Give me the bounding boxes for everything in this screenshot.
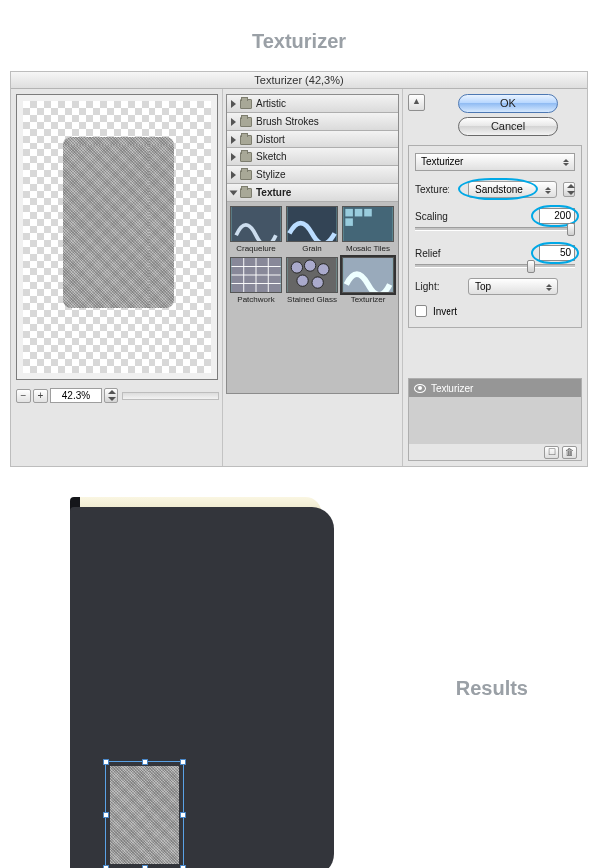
zoom-field[interactable]: 42.3%: [50, 388, 102, 403]
category-stylize[interactable]: Stylize: [227, 166, 398, 184]
results-figure: Results: [10, 497, 588, 868]
section-heading-results: Results: [456, 677, 528, 700]
svg-rect-6: [345, 218, 353, 226]
filter-select[interactable]: Texturizer: [415, 153, 575, 171]
category-column: Artistic Brush Strokes Distort Sketch: [223, 89, 403, 466]
preview-scrollbar[interactable]: [122, 392, 219, 400]
select-caret-icon: [542, 184, 554, 196]
filter-gallery-dialog: Texturizer (42,3%) − + 42.3%: [10, 71, 588, 467]
selection-handle[interactable]: [142, 759, 148, 765]
category-sketch[interactable]: Sketch: [227, 148, 398, 166]
selection-handle[interactable]: [180, 812, 186, 818]
texture-flyout-button[interactable]: [563, 182, 575, 197]
category-label: Brush Strokes: [256, 116, 319, 127]
preview-canvas[interactable]: [23, 101, 211, 373]
svg-rect-3: [345, 209, 353, 217]
thumb-craquelure[interactable]: Craquelure: [230, 206, 282, 253]
disclosure-icon: [231, 100, 236, 108]
light-value: Top: [475, 281, 491, 292]
effect-layer-row[interactable]: Texturizer: [409, 379, 581, 397]
thumb-texturizer[interactable]: Texturizer: [342, 257, 394, 304]
disclosure-icon: [231, 153, 236, 161]
thumb-stained-glass[interactable]: Stained Glass: [286, 257, 338, 304]
section-heading-texturizer: Texturizer: [0, 30, 598, 53]
disclosure-icon: [231, 118, 236, 126]
svg-rect-5: [364, 209, 372, 217]
window-titlebar: Texturizer (42,3%): [11, 72, 587, 89]
category-label: Artistic: [256, 98, 286, 109]
preview-frame: [16, 94, 218, 380]
selected-texture-object: [110, 766, 179, 864]
scaling-input[interactable]: 200: [539, 208, 575, 224]
relief-label: Relief: [415, 248, 462, 259]
thumbnail-grid: Craquelure Grain Mosaic Tiles Patchwork: [227, 202, 398, 308]
delete-effect-layer-button[interactable]: 🗑: [562, 446, 577, 459]
texture-label: Texture:: [415, 184, 462, 195]
selection-bounding-box[interactable]: [105, 761, 184, 868]
ok-button[interactable]: OK: [458, 94, 558, 113]
preview-texture: [63, 137, 174, 308]
invert-checkbox[interactable]: [415, 305, 427, 317]
invert-label: Invert: [433, 306, 457, 317]
folder-icon: [240, 152, 252, 162]
category-label: Sketch: [256, 151, 287, 162]
new-effect-layer-button[interactable]: ☐: [544, 446, 559, 459]
folder-icon: [240, 117, 252, 127]
filter-options-group: Texturizer Texture: Sandstone Scaling 20…: [408, 145, 582, 328]
category-brush-strokes[interactable]: Brush Strokes: [227, 113, 398, 131]
light-label: Light:: [415, 281, 462, 292]
svg-point-19: [312, 277, 323, 288]
category-texture[interactable]: Texture: [227, 184, 398, 202]
thumb-patchwork[interactable]: Patchwork: [230, 257, 282, 304]
disclosure-icon: [230, 190, 238, 195]
thumb-mosaic-tiles[interactable]: Mosaic Tiles: [342, 206, 394, 253]
texture-value: Sandstone: [475, 184, 523, 195]
collapse-button[interactable]: ▲: [408, 94, 425, 111]
category-label: Texture: [256, 187, 291, 198]
thumb-label: Grain: [286, 244, 338, 253]
thumb-label: Craquelure: [230, 244, 282, 253]
relief-slider[interactable]: [415, 264, 575, 268]
svg-point-15: [291, 262, 302, 273]
effect-layers-empty: [409, 397, 581, 444]
cancel-button[interactable]: Cancel: [458, 117, 558, 136]
relief-input[interactable]: 50: [539, 245, 575, 261]
category-label: Stylize: [256, 169, 285, 180]
zoom-in-button[interactable]: +: [33, 389, 48, 403]
effect-layers-panel: Texturizer ☐ 🗑: [408, 378, 582, 461]
select-caret-icon: [543, 281, 555, 293]
preview-column: − + 42.3%: [11, 89, 223, 466]
folder-icon: [240, 188, 252, 198]
scaling-slider[interactable]: [415, 227, 575, 231]
selection-handle[interactable]: [103, 812, 109, 818]
effect-layer-name: Texturizer: [431, 383, 473, 394]
texture-dropdown[interactable]: Sandstone: [468, 181, 557, 198]
select-caret-icon: [560, 156, 572, 168]
svg-point-18: [297, 275, 308, 286]
folder-icon: [240, 170, 252, 180]
thumb-label: Texturizer: [342, 295, 394, 304]
filter-select-value: Texturizer: [421, 156, 463, 167]
options-column: ▲ OK Cancel Texturizer Texture: Sandston…: [403, 89, 587, 466]
visibility-icon[interactable]: [414, 384, 426, 393]
folder-icon: [240, 99, 252, 109]
thumb-grain[interactable]: Grain: [286, 206, 338, 253]
zoom-out-button[interactable]: −: [16, 389, 31, 403]
folder-icon: [240, 135, 252, 145]
disclosure-icon: [231, 171, 236, 179]
disclosure-icon: [231, 136, 236, 144]
category-distort[interactable]: Distort: [227, 131, 398, 148]
svg-point-17: [318, 264, 329, 275]
light-dropdown[interactable]: Top: [468, 278, 558, 295]
category-artistic[interactable]: Artistic: [227, 95, 398, 113]
zoom-stepper[interactable]: [104, 388, 118, 403]
thumb-label: Mosaic Tiles: [342, 244, 394, 253]
selection-handle[interactable]: [103, 759, 109, 765]
svg-point-16: [304, 260, 315, 271]
scaling-label: Scaling: [415, 211, 462, 222]
thumb-label: Stained Glass: [286, 295, 338, 304]
category-label: Distort: [256, 134, 285, 145]
svg-rect-4: [355, 209, 363, 217]
thumb-label: Patchwork: [230, 295, 282, 304]
selection-handle[interactable]: [180, 759, 186, 765]
